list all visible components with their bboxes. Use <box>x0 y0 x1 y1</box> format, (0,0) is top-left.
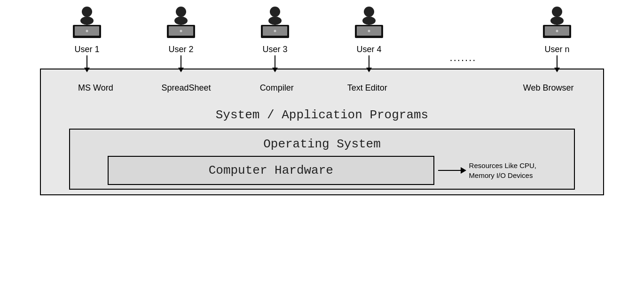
svg-point-20 <box>552 7 562 17</box>
user-3-icon <box>256 5 294 43</box>
user-n-item: User n <box>519 5 595 69</box>
svg-point-4 <box>86 30 88 32</box>
svg-point-16 <box>362 16 376 25</box>
app-compiler: Compiler <box>239 76 314 100</box>
main-box-bottom-pad <box>41 190 603 194</box>
svg-point-14 <box>274 30 276 32</box>
apps-row: MS Word SpreadSheet Compiler Text Editor… <box>41 69 603 100</box>
user-1-label: User 1 <box>74 45 99 54</box>
hw-box-wrapper: Computer Hardware Resources Like CPU,Mem… <box>108 156 536 185</box>
hw-arrow-section: Resources Like CPU,Memory I/O Devices <box>438 161 536 180</box>
svg-point-0 <box>82 7 92 17</box>
user-3-arrow <box>275 55 275 69</box>
hw-arrow-line <box>438 170 462 171</box>
user-4-icon <box>350 5 388 43</box>
app-msword: MS Word <box>58 76 133 100</box>
svg-point-19 <box>368 30 370 32</box>
user-4-item: User 4 <box>331 5 407 69</box>
os-label: Operating System <box>70 130 574 156</box>
user-3-item: User 3 <box>237 5 313 69</box>
hw-box: Computer Hardware <box>108 156 434 185</box>
hw-resources-text: Resources Like CPU,Memory I/O Devices <box>469 161 536 180</box>
user-1-arrow <box>86 55 87 69</box>
svg-point-6 <box>174 16 188 25</box>
user-n-icon <box>538 5 576 43</box>
app-texteditor: Text Editor <box>330 76 405 100</box>
hw-section: Computer Hardware Resources Like CPU,Mem… <box>70 156 574 189</box>
svg-point-10 <box>270 7 280 17</box>
svg-point-9 <box>180 30 182 32</box>
app-webbrowser: Web Browser <box>511 76 586 100</box>
app-placeholder <box>420 76 495 100</box>
user-1-item: User 1 <box>49 5 125 69</box>
user-2-label: User 2 <box>168 45 193 54</box>
hw-label: Computer Hardware <box>109 163 433 177</box>
svg-point-21 <box>550 16 564 25</box>
svg-point-5 <box>176 7 186 17</box>
sys-apps-label: System / Application Programs <box>41 100 603 129</box>
svg-point-24 <box>556 30 558 32</box>
diagram-wrapper: User 1 User 2 User 3 <box>7 5 637 287</box>
user-2-icon <box>162 5 200 43</box>
os-box: Operating System Computer Hardware Resou… <box>69 129 575 190</box>
user-dots-item: ....... <box>425 31 501 69</box>
user-4-label: User 4 <box>356 45 381 54</box>
svg-point-15 <box>364 7 374 17</box>
user-4-arrow <box>369 55 369 69</box>
main-box: MS Word SpreadSheet Compiler Text Editor… <box>40 69 604 195</box>
user-n-arrow <box>557 55 558 69</box>
user-3-label: User 3 <box>262 45 287 54</box>
dots-label: ....... <box>450 52 477 64</box>
user-2-item: User 2 <box>143 5 219 69</box>
svg-point-1 <box>80 16 94 25</box>
user-2-arrow <box>181 55 181 69</box>
svg-point-11 <box>268 16 282 25</box>
user-1-icon <box>68 5 106 43</box>
app-spreadsheet: SpreadSheet <box>149 76 224 100</box>
users-row: User 1 User 2 User 3 <box>40 5 604 69</box>
user-n-label: User n <box>544 45 569 54</box>
